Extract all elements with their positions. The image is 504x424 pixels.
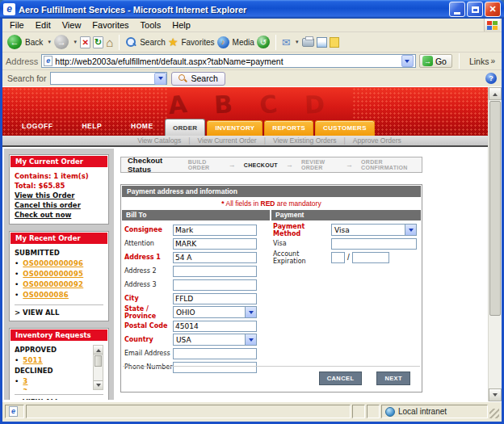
security-zone-panel: Local intranet bbox=[381, 405, 488, 418]
scroll-up-icon[interactable] bbox=[489, 87, 502, 100]
chevron-down-icon[interactable] bbox=[405, 225, 416, 235]
forward-button[interactable]: → ▼ bbox=[54, 35, 78, 49]
inventory-link-declined-3[interactable]: 3 bbox=[23, 387, 27, 390]
tab-reports[interactable]: REPORTS bbox=[264, 120, 313, 136]
stop-button[interactable]: ✕ bbox=[80, 36, 90, 48]
next-button[interactable]: NEXT bbox=[376, 372, 410, 385]
tab-customers[interactable]: CUSTOMERS bbox=[315, 120, 375, 136]
menu-help[interactable]: Help bbox=[166, 19, 196, 31]
inventory-link-approved-5011[interactable]: 5011 bbox=[23, 355, 42, 366]
help-icon[interactable]: ? bbox=[485, 73, 497, 84]
menu-view[interactable]: View bbox=[57, 19, 87, 31]
address-label: Address bbox=[6, 57, 38, 66]
select-state-province[interactable]: OHIO bbox=[173, 306, 257, 318]
page-scrollbar[interactable] bbox=[488, 87, 502, 401]
chevron-down-icon[interactable] bbox=[245, 307, 256, 317]
input-address-1[interactable] bbox=[173, 252, 257, 263]
refresh-button[interactable]: ↻ bbox=[93, 36, 103, 48]
scroll-down-icon[interactable] bbox=[94, 380, 103, 389]
mail-dropdown-icon[interactable]: ▼ bbox=[295, 40, 300, 44]
back-button[interactable]: ← Back ▼ bbox=[7, 35, 52, 49]
scrollbar-thumb[interactable] bbox=[489, 101, 501, 316]
browser-viewport: A B C D LOGOFFHELPHOME ORDERINVENTORYREP… bbox=[2, 87, 502, 401]
toolbar-separator bbox=[275, 35, 276, 50]
inventory-scrollbar[interactable] bbox=[93, 345, 103, 390]
order-link-os0000086[interactable]: OS0000086 bbox=[23, 290, 69, 300]
banner-link-help[interactable]: HELP bbox=[82, 122, 102, 130]
home-button[interactable]: ⌂ bbox=[106, 36, 113, 48]
mail-button[interactable]: ✉ ▼ bbox=[282, 36, 300, 48]
scroll-down-icon[interactable] bbox=[489, 388, 502, 401]
scrollbar-thumb[interactable] bbox=[94, 355, 102, 367]
close-button[interactable]: ✕ bbox=[485, 2, 501, 17]
search-dropdown-icon[interactable] bbox=[154, 73, 166, 85]
go-button[interactable]: → Go bbox=[419, 54, 452, 68]
maximize-button[interactable] bbox=[467, 2, 483, 17]
tab-order[interactable]: ORDER bbox=[165, 119, 205, 136]
edit-page-button[interactable] bbox=[317, 37, 327, 48]
cancel-button[interactable]: CANCEL bbox=[319, 372, 363, 385]
order-link-os0000000092[interactable]: OS0000000092 bbox=[23, 279, 83, 290]
banner-link-logoff[interactable]: LOGOFF bbox=[22, 122, 52, 130]
chevron-down-icon[interactable] bbox=[245, 334, 256, 345]
form-row-consignee: Consignee bbox=[123, 223, 270, 237]
address-input[interactable]: e http://web2003a/efulfillment/default.a… bbox=[41, 54, 416, 68]
expiration-separator: / bbox=[347, 253, 350, 262]
print-button[interactable] bbox=[302, 38, 314, 47]
search-toolbar: Search for Search ? bbox=[2, 70, 502, 87]
tab-inventory[interactable]: INVENTORY bbox=[207, 120, 262, 136]
forward-dropdown-icon[interactable]: ▼ bbox=[73, 40, 78, 44]
discuss-button[interactable] bbox=[330, 37, 339, 48]
menu-tools[interactable]: Tools bbox=[135, 19, 167, 31]
menu-file[interactable]: File bbox=[4, 19, 30, 31]
order-link-os0000000096[interactable]: OS0000000096 bbox=[23, 258, 83, 269]
select-country[interactable]: USA bbox=[173, 334, 257, 346]
input-expiration-year[interactable] bbox=[352, 252, 389, 263]
search-button[interactable]: Search bbox=[125, 36, 166, 48]
input-address-3[interactable] bbox=[173, 279, 257, 291]
input-email-address[interactable] bbox=[173, 348, 257, 359]
sidebar-link-cancel-this-order[interactable]: Cancel this order bbox=[15, 200, 103, 210]
menu-edit[interactable]: Edit bbox=[30, 19, 57, 31]
input-expiration-month[interactable] bbox=[331, 252, 345, 263]
order-link-os0000000095[interactable]: OS0000000095 bbox=[23, 269, 83, 279]
status-page-icon: e bbox=[9, 406, 18, 417]
subnav-view-catalogs[interactable]: View Catalogs bbox=[137, 136, 181, 145]
select-payment-method[interactable]: Visa bbox=[331, 224, 417, 236]
select-value-state-province: OHIO bbox=[174, 309, 245, 317]
title-bar[interactable]: e Aero Fulfillment Services - Microsoft … bbox=[0, 0, 504, 19]
input-postal-code[interactable] bbox=[173, 321, 257, 332]
subnav-approve-orders[interactable]: Approve Orders bbox=[353, 136, 401, 145]
resize-grip[interactable] bbox=[489, 409, 499, 418]
links-toolbar[interactable]: Links » bbox=[466, 57, 498, 66]
search-go-button[interactable]: Search bbox=[171, 72, 225, 86]
banner-link-home[interactable]: HOME bbox=[131, 122, 153, 130]
sidebar-link-view-this-order[interactable]: View this Order bbox=[15, 191, 103, 200]
magnifier-icon bbox=[178, 74, 187, 83]
bullet-icon: • bbox=[15, 258, 19, 269]
inventory-link-declined-3[interactable]: 3 bbox=[23, 376, 27, 387]
subnav-view-current-order[interactable]: View Current Order bbox=[198, 136, 257, 145]
sidebar-link-check-out-now[interactable]: Check out now bbox=[15, 210, 103, 220]
minimize-button[interactable] bbox=[449, 2, 465, 17]
scroll-up-icon[interactable] bbox=[94, 346, 103, 355]
form-row-address-3: Address 3 bbox=[123, 278, 270, 292]
input-consignee[interactable] bbox=[173, 225, 257, 236]
favorites-button[interactable]: ★ Favorites bbox=[168, 36, 215, 48]
inventory-view-all-link[interactable]: > VIEW ALL bbox=[15, 394, 103, 400]
input-visa[interactable] bbox=[331, 238, 417, 250]
search-for-input[interactable] bbox=[50, 72, 167, 85]
form-row-address-1: Address 1 bbox=[123, 250, 270, 264]
subnav-view-existing-orders[interactable]: View Existing Orders bbox=[273, 136, 337, 145]
menu-favorites[interactable]: Favorites bbox=[86, 19, 134, 31]
field-label-account-expiration: Account Expiration bbox=[271, 250, 331, 265]
back-dropdown-icon[interactable]: ▼ bbox=[47, 40, 52, 44]
form-row-attention: Attention bbox=[123, 237, 270, 250]
history-button[interactable]: ↺ bbox=[257, 36, 270, 48]
input-city[interactable] bbox=[173, 293, 257, 304]
input-attention[interactable] bbox=[173, 238, 257, 250]
address-dropdown-icon[interactable] bbox=[401, 55, 414, 67]
recent-orders-view-all-link[interactable]: > VIEW ALL bbox=[15, 304, 103, 317]
input-address-2[interactable] bbox=[173, 266, 257, 277]
media-button[interactable]: ♪ Media bbox=[217, 36, 254, 48]
